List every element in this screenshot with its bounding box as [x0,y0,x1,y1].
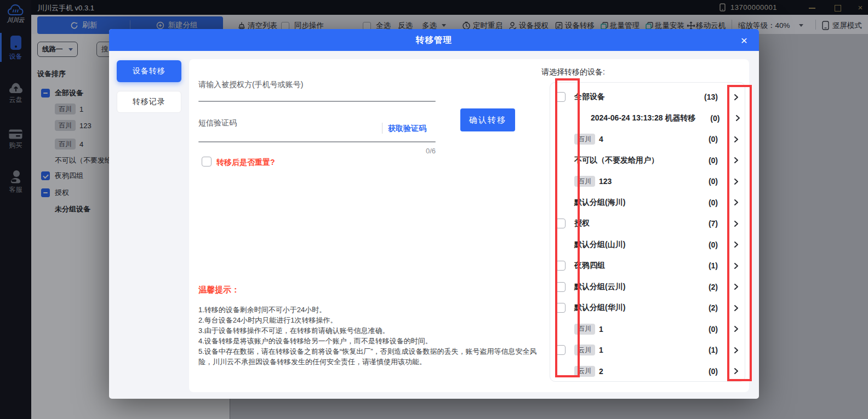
tips-title: 温馨提示： [198,285,239,295]
tips-list: 1.转移的设备剩余时间不可小于24小时。 2.每台设备24小时内只能进行1次转移… [198,305,542,367]
modal-close-icon[interactable]: × [737,33,751,48]
get-code-link[interactable]: 获取验证码 [388,124,426,134]
tab-device-transfer[interactable]: 设备转移 [117,60,181,82]
transfer-management-modal: 转移管理 × 设备转移 转移记录 请输入被授权方(手机号或账号) 短信验证码 获… [109,29,759,399]
annotation-rect-checkbox-column [555,78,580,377]
confirm-transfer-button[interactable]: 确认转移 [460,108,515,131]
device-count: (0) [694,198,718,207]
device-count: (1) [694,346,718,354]
device-count: (7) [694,219,718,228]
device-count: (2) [694,283,718,291]
sms-code-counter: 0/6 [198,147,436,155]
reset-after-transfer-label[interactable]: 转移后是否重置? [216,158,275,168]
device-list-header: 请选择转移的设备: [541,67,605,77]
authorizee-field-placeholder: 请输入被授权方(手机号或账号) [198,80,303,90]
authorizee-input[interactable] [198,101,436,102]
tip-line: 3.由于设备转移操作不可逆，在转移前请确认账号信息准确。 [198,325,542,336]
annotation-rect-chevron-column [727,85,752,381]
device-count: (1) [694,261,718,270]
sms-code-field-placeholder: 短信验证码 [198,118,237,128]
tip-line: 4.设备转移是将该账户的设备转移给另一个账户，而不是转移设备的时间。 [198,336,542,346]
device-count: (13) [694,93,718,101]
device-count: (0) [694,240,718,249]
device-count: (0) [694,135,718,144]
device-count: (2) [694,303,718,312]
device-count: (0) [694,156,718,165]
device-count: (0) [694,325,718,334]
tip-line: 5.设备中存在数据，请在转移设备之前将设备“恢复出厂”，否则造成设备数据的丢失，… [198,346,542,367]
device-count: (0) [694,367,718,376]
sms-code-input[interactable] [198,141,436,142]
tab-transfer-records[interactable]: 转移记录 [117,91,181,113]
modal-title: 转移管理 [109,29,759,51]
tip-line: 2.每台设备24小时内只能进行1次转移操作。 [198,315,542,325]
transfer-card: 请输入被授权方(手机号或账号) 短信验证码 获取验证码 0/6 转移后是否重置?… [189,59,749,392]
device-count: (0) [694,177,718,186]
device-count: (0) [695,114,719,123]
reset-after-transfer-checkbox[interactable] [202,157,212,167]
tip-line: 1.转移的设备剩余时间不可小于24小时。 [198,305,542,315]
